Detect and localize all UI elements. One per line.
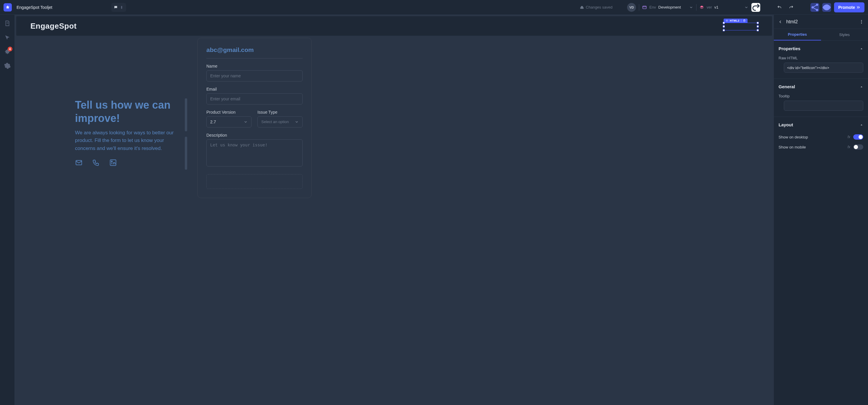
svg-rect-7 <box>6 23 8 24</box>
product-version-value: 2.7 <box>210 120 216 124</box>
share-button[interactable] <box>810 3 819 12</box>
inspector-icon[interactable] <box>4 34 11 41</box>
feedback-form: abc@gmail.com Name Email Product Version… <box>197 38 312 198</box>
svg-point-13 <box>111 161 112 162</box>
left-rail: 4 <box>0 15 15 405</box>
svg-point-15 <box>861 21 862 22</box>
product-version-label: Product Version <box>206 110 252 115</box>
section-properties: Properties Raw HTML <box>774 41 868 79</box>
divider <box>639 4 639 11</box>
linkedin-icon[interactable] <box>109 159 117 166</box>
email-label: Email <box>206 87 303 92</box>
ver-value: v1 <box>714 5 718 9</box>
canvas[interactable]: EngageSpot HTML2 Tell us how we can impr… <box>15 15 774 405</box>
issue-type-select[interactable]: Select an option <box>257 116 303 127</box>
fx-icon[interactable]: fx <box>848 135 850 139</box>
settings-icon[interactable] <box>4 63 11 69</box>
page-title: EngageSpot <box>30 22 77 31</box>
contact-icons <box>75 159 181 166</box>
name-input[interactable] <box>206 70 303 82</box>
email-input[interactable] <box>206 93 303 104</box>
description-textarea[interactable] <box>206 139 303 166</box>
svg-rect-0 <box>121 6 122 8</box>
intro-subtext: We are always looking for ways to better… <box>75 129 181 152</box>
app-logo[interactable] <box>4 3 12 11</box>
redo-button[interactable] <box>787 3 796 12</box>
workspace: 4 EngageSpot HTML2 <box>0 15 868 405</box>
issue-type-placeholder: Select an option <box>261 120 289 124</box>
ver-label: ver <box>707 5 712 9</box>
svg-point-3 <box>812 6 813 8</box>
promote-button[interactable]: Promote <box>834 2 864 12</box>
raw-html-label: Raw HTML <box>779 56 863 60</box>
resize-handle[interactable] <box>185 137 187 170</box>
env-selector[interactable]: Env Development <box>642 5 693 10</box>
gear-icon[interactable] <box>725 19 728 22</box>
inspector-title: html2 <box>786 19 856 25</box>
section-general: General Tooltip <box>774 79 868 117</box>
svg-point-4 <box>816 9 818 11</box>
selection-name: HTML2 <box>730 19 740 22</box>
app-title: EngageSpot Tooljet <box>17 5 52 10</box>
svg-point-5 <box>826 6 828 8</box>
promote-label: Promote <box>838 5 855 10</box>
phone-icon[interactable] <box>92 159 100 166</box>
tab-styles[interactable]: Styles <box>821 29 868 40</box>
user-avatar[interactable]: VD <box>627 3 636 12</box>
collapse-icon[interactable] <box>860 47 863 51</box>
show-desktop-toggle[interactable] <box>853 134 863 139</box>
trash-icon[interactable] <box>743 19 746 22</box>
intro-block: Tell us how we can improve! We are alway… <box>75 98 181 166</box>
show-mobile-row: Show on mobile fx <box>779 142 863 152</box>
inspector-header: html2 <box>774 15 868 29</box>
selection-label[interactable]: HTML2 <box>724 19 748 23</box>
version-selector[interactable]: ver v1 <box>700 5 748 10</box>
inspector-panel: html2 Properties Styles Properties Raw H… <box>774 15 868 405</box>
raw-html-input[interactable] <box>784 63 863 73</box>
section-title-properties: Properties <box>779 46 800 51</box>
top-bar: EngageSpot Tooljet Changes saved VD Env … <box>0 0 868 15</box>
pages-icon[interactable] <box>4 20 11 27</box>
intro-heading: Tell us how we can improve! <box>75 98 181 125</box>
selected-component[interactable]: HTML2 <box>724 23 758 30</box>
save-status-text: Changes saved <box>586 5 612 9</box>
description-label: Description <box>206 133 303 137</box>
fx-icon[interactable]: fx <box>848 145 850 149</box>
section-layout: Layout Show on desktop fx Show on mobile… <box>774 117 868 158</box>
collapse-icon[interactable] <box>860 85 863 89</box>
tooltip-input[interactable] <box>784 101 863 111</box>
save-status: Changes saved <box>580 5 612 9</box>
name-label: Name <box>206 64 303 68</box>
show-mobile-label: Show on mobile <box>779 145 806 149</box>
svg-point-14 <box>861 20 862 21</box>
file-drop-zone[interactable] <box>206 174 303 189</box>
svg-point-2 <box>816 4 818 5</box>
preview-button[interactable] <box>822 3 831 12</box>
section-title-general: General <box>779 84 795 89</box>
debugger-icon[interactable]: 4 <box>4 49 11 55</box>
inspector-tabs: Properties Styles <box>774 29 868 41</box>
svg-point-10 <box>726 20 727 21</box>
product-version-select[interactable]: 2.7 <box>206 116 252 127</box>
show-desktop-label: Show on desktop <box>779 135 808 139</box>
svg-rect-6 <box>6 22 8 23</box>
form-email-heading: abc@gmail.com <box>206 46 303 54</box>
mail-icon[interactable] <box>75 159 83 166</box>
undo-button[interactable] <box>775 3 784 12</box>
release-button[interactable] <box>751 3 760 12</box>
tooltip-label: Tooltip <box>779 94 863 98</box>
env-value: Development <box>658 5 681 9</box>
comments-pill[interactable] <box>111 3 126 12</box>
resize-handle[interactable] <box>185 98 187 131</box>
debug-badge: 4 <box>8 46 12 51</box>
selection-box[interactable] <box>724 23 758 30</box>
show-desktop-row: Show on desktop fx <box>779 132 863 142</box>
show-mobile-toggle[interactable] <box>853 144 863 150</box>
issue-type-label: Issue Type <box>257 110 303 115</box>
back-icon[interactable] <box>778 20 783 24</box>
more-icon[interactable] <box>859 20 864 24</box>
canvas-body[interactable]: Tell us how we can improve! We are alway… <box>16 38 772 405</box>
env-label: Env <box>649 5 656 9</box>
collapse-icon[interactable] <box>860 123 863 127</box>
tab-properties[interactable]: Properties <box>774 29 821 40</box>
